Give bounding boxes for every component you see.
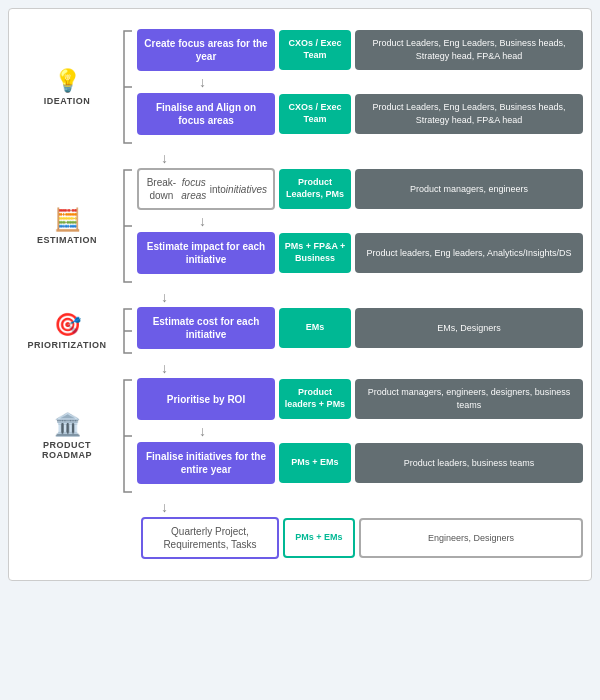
entry-row: Quarterly Project, Requirements, TasksPM…	[141, 515, 583, 561]
owner-box: Product Leaders, PMs	[279, 169, 351, 209]
phase-row-estimation: 🧮ESTIMATIONBreak-down focus areas into i…	[17, 166, 583, 286]
product-roadmap-icon: 🏛️	[54, 412, 81, 438]
entry-row: Estimate impact for each initiativePMs +…	[137, 230, 583, 276]
connector-arrow: ↓	[137, 424, 583, 438]
connector-arrow: ↓	[137, 214, 583, 228]
process-box: Estimate cost for each initiative	[137, 307, 275, 349]
support-box: Product leaders, business teams	[355, 443, 583, 483]
support-box: Product managers, engineers, designers, …	[355, 379, 583, 419]
ideation-icon: 💡	[54, 68, 81, 94]
owner-box: CXOs / Exec Team	[279, 94, 351, 134]
entry-row: Estimate cost for each initiativeEMsEMs,…	[137, 305, 583, 351]
prioritization-icon: 🎯	[54, 312, 81, 338]
phase-connector-arrow: ↓	[117, 290, 583, 304]
entry-row: Finalise and Align on focus areasCXOs / …	[137, 91, 583, 137]
phase-row-ideation: 💡IDEATIONCreate focus areas for the year…	[17, 27, 583, 147]
owner-box: PMs + EMs	[279, 443, 351, 483]
entry-row: Prioritise by ROIProduct leaders + PMsPr…	[137, 376, 583, 422]
owner-box: Product leaders + PMs	[279, 379, 351, 419]
process-box: Estimate impact for each initiative	[137, 232, 275, 274]
phase-row-quarterly: Quarterly Project, Requirements, TasksPM…	[17, 515, 583, 561]
ideation-label: IDEATION	[44, 96, 90, 106]
support-box: EMs, Designers	[355, 308, 583, 348]
owner-box: CXOs / Exec Team	[279, 30, 351, 70]
phase-row-product-roadmap: 🏛️PRODUCT ROADMAPPrioritise by ROIProduc…	[17, 376, 583, 496]
owner-box: PMs + EMs	[283, 518, 355, 558]
product-roadmap-bracket	[117, 376, 137, 496]
phase-row-prioritization: 🎯PRIORITIZATIONEstimate cost for each in…	[17, 305, 583, 357]
support-box: Product Leaders, Eng Leaders, Business h…	[355, 30, 583, 70]
entry-row: Break-down focus areas into initiativesP…	[137, 166, 583, 212]
phases-container: 💡IDEATIONCreate focus areas for the year…	[17, 27, 583, 561]
phase-connector-arrow: ↓	[117, 500, 583, 514]
process-box: Quarterly Project, Requirements, Tasks	[141, 517, 279, 559]
estimation-icon: 🧮	[54, 207, 81, 233]
process-box: Break-down focus areas into initiatives	[137, 168, 275, 210]
process-box: Prioritise by ROI	[137, 378, 275, 420]
entry-row: Finalise initiatives for the entire year…	[137, 440, 583, 486]
support-box: Engineers, Designers	[359, 518, 583, 558]
process-box: Create focus areas for the year	[137, 29, 275, 71]
diagram-container: 💡IDEATIONCreate focus areas for the year…	[8, 8, 592, 581]
process-box: Finalise initiatives for the entire year	[137, 442, 275, 484]
process-box: Finalise and Align on focus areas	[137, 93, 275, 135]
estimation-label: ESTIMATION	[37, 235, 97, 245]
product-roadmap-label: PRODUCT ROADMAP	[42, 440, 92, 460]
prioritization-bracket	[117, 305, 137, 357]
ideation-bracket	[117, 27, 137, 147]
support-box: Product leaders, Eng leaders, Analytics/…	[355, 233, 583, 273]
support-box: Product Leaders, Eng Leaders, Business h…	[355, 94, 583, 134]
owner-box: PMs + FP&A + Business	[279, 233, 351, 273]
phase-connector-arrow: ↓	[117, 361, 583, 375]
connector-arrow: ↓	[137, 75, 583, 89]
entry-row: Create focus areas for the yearCXOs / Ex…	[137, 27, 583, 73]
owner-box: EMs	[279, 308, 351, 348]
estimation-bracket	[117, 166, 137, 286]
support-box: Product managers, engineers	[355, 169, 583, 209]
prioritization-label: PRIORITIZATION	[28, 340, 107, 350]
phase-connector-arrow: ↓	[117, 151, 583, 165]
